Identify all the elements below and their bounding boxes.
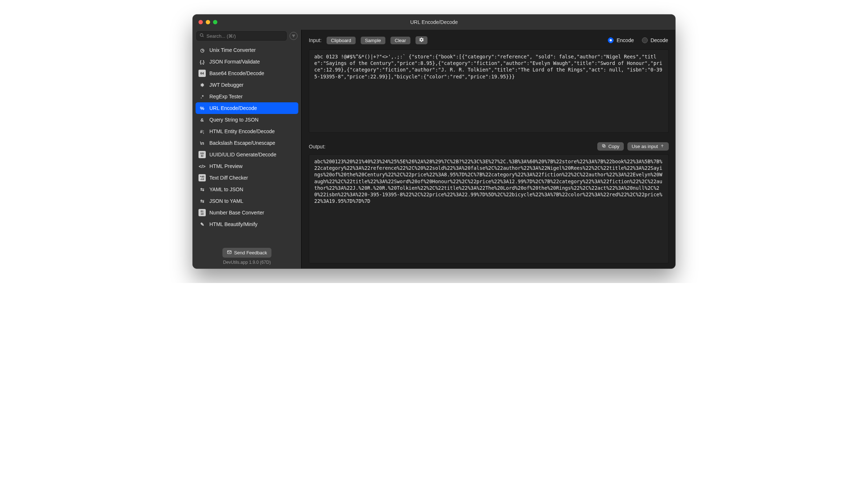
jwt-icon: ✱ (198, 81, 206, 89)
sidebar-item-text-diff[interactable]: +ab -cdText Diff Checker (196, 172, 298, 184)
sidebar-item-html-entity[interactable]: #;HTML Entity Encode/Decode (196, 126, 298, 137)
search-icon (200, 33, 204, 39)
sidebar-item-label: HTML Entity Encode/Decode (209, 128, 275, 134)
sidebar-item-unix-time[interactable]: ◷Unix Time Converter (196, 44, 298, 56)
svg-rect-7 (602, 144, 605, 147)
sidebar-item-label: Text Diff Checker (209, 175, 248, 181)
sidebar-item-label: RegExp Tester (209, 94, 243, 99)
binary-icon: 01 10 (198, 209, 206, 216)
sidebar-item-label: Query String to JSON (209, 117, 258, 123)
svg-rect-6 (603, 145, 605, 147)
output-toolbar: Output: Copy Use as input (302, 138, 675, 153)
traffic-lights (193, 20, 217, 24)
zoom-window-button[interactable] (213, 20, 217, 24)
sidebar-item-jwt[interactable]: ✱JWT Debugger (196, 79, 298, 91)
sample-button[interactable]: Sample (361, 37, 385, 44)
wand-icon: ✎ (198, 221, 206, 228)
sidebar: ◷Unix Time Converter{,}JSON Format/Valid… (193, 30, 302, 269)
sidebar-item-label: JWT Debugger (209, 82, 243, 88)
sidebar-item-label: Backslash Escape/Unescape (209, 140, 275, 146)
sidebar-item-label: HTML Preview (209, 163, 242, 169)
sidebar-item-number-base[interactable]: 01 10Number Base Converter (196, 207, 298, 218)
tag-icon: </> (198, 163, 206, 170)
mode-radio-group: Encode Decode (608, 37, 668, 43)
sidebar-item-label: Base64 Encode/Decode (209, 70, 264, 76)
swap-icon: ⇆ (198, 197, 206, 205)
search-input-container[interactable] (196, 31, 287, 41)
output-text: abc%200123%20%21%40%23%24%25%5E%26%2A%28… (309, 155, 668, 208)
amp-icon: & (198, 116, 206, 123)
arrow-up-icon (660, 144, 664, 149)
decode-radio-label: Decode (651, 37, 668, 43)
copy-icon (602, 144, 606, 149)
input-toolbar: Input: Clipboard Sample Clear Encode (302, 30, 675, 48)
sidebar-item-label: HTML Beautify/Minify (209, 221, 258, 227)
swap-icon: ⇆ (198, 186, 206, 193)
sidebar-item-label: URL Encode/Decode (209, 105, 257, 111)
radio-icon (642, 37, 648, 43)
input-pane[interactable]: abc 0123 !@#$%^&*()|+?"<>',.;:` {"store"… (309, 49, 669, 133)
b64-icon: 64 (198, 70, 206, 77)
hash-icon: #; (198, 128, 206, 135)
sidebar-item-html-beautify[interactable]: ✎HTML Beautify/Minify (196, 218, 298, 230)
mail-icon (227, 250, 232, 256)
app-window: URL Encode/Decode ◷Unix Time Converter{,… (193, 15, 675, 269)
diff-icon: +ab -cd (198, 174, 206, 181)
output-pane[interactable]: abc%200123%20%21%40%23%24%25%5E%26%2A%28… (309, 154, 669, 263)
uuid-icon: UU ID (198, 151, 206, 158)
regex-icon: .* (198, 93, 206, 100)
svg-line-1 (202, 36, 204, 37)
copy-button[interactable]: Copy (597, 142, 623, 151)
version-label: DevUtils.app 1.9.0 (67D) (223, 260, 271, 265)
filter-button[interactable] (290, 32, 298, 40)
sidebar-item-html-preview[interactable]: </>HTML Preview (196, 160, 298, 172)
sidebar-item-json-format[interactable]: {,}JSON Format/Validate (196, 56, 298, 67)
tool-list[interactable]: ◷Unix Time Converter{,}JSON Format/Valid… (193, 44, 301, 245)
sidebar-item-uuid[interactable]: UU IDUUID/ULID Generate/Decode (196, 149, 298, 160)
sidebar-item-backslash[interactable]: \nBackslash Escape/Unescape (196, 137, 298, 149)
sidebar-item-regexp[interactable]: .*RegExp Tester (196, 91, 298, 102)
use-as-input-button[interactable]: Use as input (627, 142, 669, 151)
close-window-button[interactable] (198, 20, 203, 24)
input-label: Input: (309, 37, 322, 43)
sidebar-item-label: YAML to JSON (209, 187, 243, 192)
main-area: Input: Clipboard Sample Clear Encode (302, 30, 675, 269)
clear-button[interactable]: Clear (390, 37, 410, 44)
encode-radio[interactable]: Encode (608, 37, 634, 43)
encode-radio-label: Encode (617, 37, 634, 43)
titlebar: URL Encode/Decode (193, 15, 675, 30)
sidebar-item-label: UUID/ULID Generate/Decode (209, 152, 276, 157)
sidebar-item-label: JSON to YAML (209, 198, 243, 204)
window-title: URL Encode/Decode (193, 19, 675, 25)
minimize-window-button[interactable] (206, 20, 210, 24)
gear-icon (419, 38, 424, 43)
sidebar-item-base64[interactable]: 64Base64 Encode/Decode (196, 67, 298, 79)
send-feedback-label: Send Feedback (234, 250, 267, 255)
sidebar-item-json2yaml[interactable]: ⇆JSON to YAML (196, 195, 298, 207)
use-as-input-label: Use as input (632, 144, 658, 149)
send-feedback-button[interactable]: Send Feedback (222, 248, 271, 258)
backslash-icon: \n (198, 139, 206, 147)
sidebar-item-label: Number Base Converter (209, 210, 264, 216)
radio-icon (608, 37, 614, 43)
settings-button[interactable] (415, 36, 427, 44)
input-text[interactable]: abc 0123 !@#$%^&*()|+?"<>',.;:` {"store"… (309, 50, 668, 83)
sidebar-item-label: Unix Time Converter (209, 47, 256, 53)
sidebar-item-label: JSON Format/Validate (209, 59, 260, 65)
braces-icon: {,} (198, 58, 206, 65)
sidebar-item-url-encode[interactable]: %URL Encode/Decode (196, 102, 298, 114)
percent-icon: % (198, 104, 206, 112)
clipboard-button[interactable]: Clipboard (327, 37, 356, 44)
sidebar-item-yaml2json[interactable]: ⇆YAML to JSON (196, 184, 298, 195)
svg-point-0 (200, 34, 203, 37)
output-label: Output: (309, 144, 326, 149)
sidebar-item-query-json[interactable]: &Query String to JSON (196, 114, 298, 126)
sidebar-footer: Send Feedback DevUtils.app 1.9.0 (67D) (193, 245, 301, 269)
copy-label: Copy (608, 144, 619, 149)
search-input[interactable] (206, 33, 283, 39)
decode-radio[interactable]: Decode (642, 37, 668, 43)
clock-icon: ◷ (198, 46, 206, 54)
